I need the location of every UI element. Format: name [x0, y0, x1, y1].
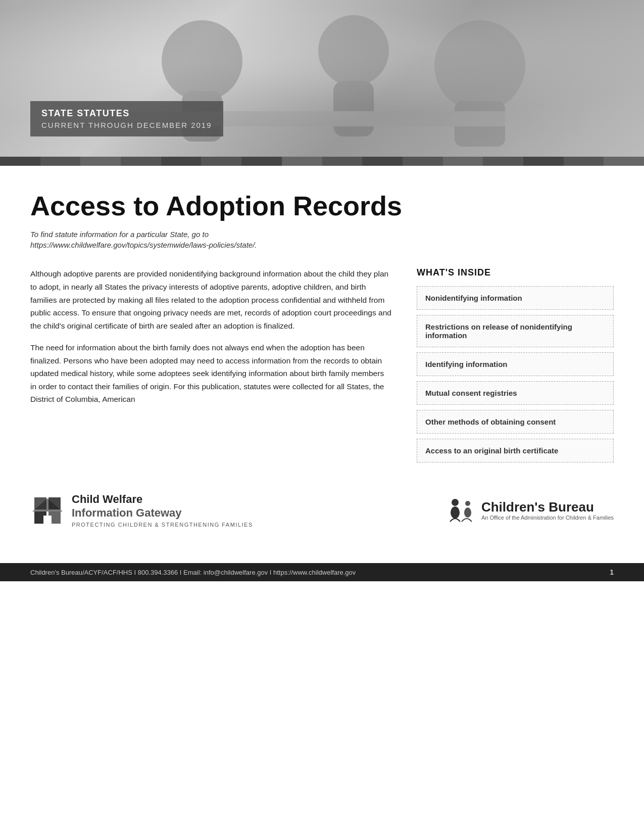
main-content: Access to Adoption Records To find statu…: [0, 166, 644, 548]
current-through-label: CURRENT THROUGH DECEMBER 2019: [41, 121, 212, 129]
cwg-logo: Child Welfare Information Gateway PROTEC…: [30, 493, 253, 528]
svg-point-16: [464, 507, 471, 518]
toc-item-mutual-consent[interactable]: Mutual consent registries: [417, 381, 614, 405]
body-paragraph-1: Although adoptive parents are provided n…: [30, 267, 391, 332]
svg-point-2: [318, 15, 389, 86]
svg-point-15: [465, 501, 470, 506]
footer-text: Children's Bureau/ACYF/ACF/HHS I 800.394…: [30, 569, 356, 576]
left-column: Although adoptive parents are provided n…: [30, 267, 391, 468]
cb-name: Children's Bureau: [481, 500, 614, 515]
stripe-bar: [0, 157, 644, 166]
cwg-tagline: PROTECTING CHILDREN & STRENGTHENING FAMI…: [72, 522, 253, 528]
two-column-layout: Although adoptive parents are provided n…: [30, 267, 614, 468]
cb-text-block: Children's Bureau An Office of the Admin…: [481, 500, 614, 521]
svg-point-4: [434, 20, 525, 111]
svg-point-14: [451, 506, 460, 519]
footer-page-number: 1: [610, 568, 614, 576]
svg-point-13: [452, 499, 459, 506]
toc-item-restrictions[interactable]: Restrictions on release of nonidentifyin…: [417, 315, 614, 347]
svg-rect-3: [333, 81, 374, 136]
toc-item-other-methods[interactable]: Other methods of obtaining consent: [417, 410, 614, 434]
whats-inside-title: WHAT'S INSIDE: [417, 267, 614, 278]
header-label-box: STATE STATUTES CURRENT THROUGH DECEMBER …: [30, 101, 223, 136]
statutes-label: STATE STATUTES: [41, 108, 212, 119]
cwg-text-block: Child Welfare Information Gateway PROTEC…: [72, 493, 253, 528]
footer-bar: Children's Bureau/ACYF/ACF/HHS I 800.394…: [0, 563, 644, 581]
subtitle-line1: To find statute information for a partic…: [30, 230, 614, 239]
cb-icon: [448, 496, 475, 524]
toc-item-nonidentifying[interactable]: Nonidentifying information: [417, 286, 614, 310]
toc-item-birth-certificate[interactable]: Access to an original birth certificate: [417, 439, 614, 462]
header-stripes: // Generate stripe pattern inline: [0, 147, 644, 157]
cwg-house-icon: [30, 493, 65, 528]
cb-logo: Children's Bureau An Office of the Admin…: [448, 496, 614, 524]
cwg-name: Child Welfare Information Gateway: [72, 493, 253, 520]
cb-sub: An Office of the Administration for Chil…: [481, 515, 614, 521]
body-paragraph-2: The need for information about the birth…: [30, 341, 391, 406]
svg-rect-12: [43, 516, 52, 526]
svg-point-0: [162, 20, 242, 101]
toc-item-identifying[interactable]: Identifying information: [417, 352, 614, 376]
header-image: // Generate stripe pattern inline STATE …: [0, 0, 644, 157]
page-title: Access to Adoption Records: [30, 191, 614, 221]
subtitle-url: https://www.childwelfare.gov/topics/syst…: [30, 241, 614, 249]
logos-area: Child Welfare Information Gateway PROTEC…: [30, 488, 614, 528]
right-column: WHAT'S INSIDE Nonidentifying information…: [417, 267, 614, 468]
